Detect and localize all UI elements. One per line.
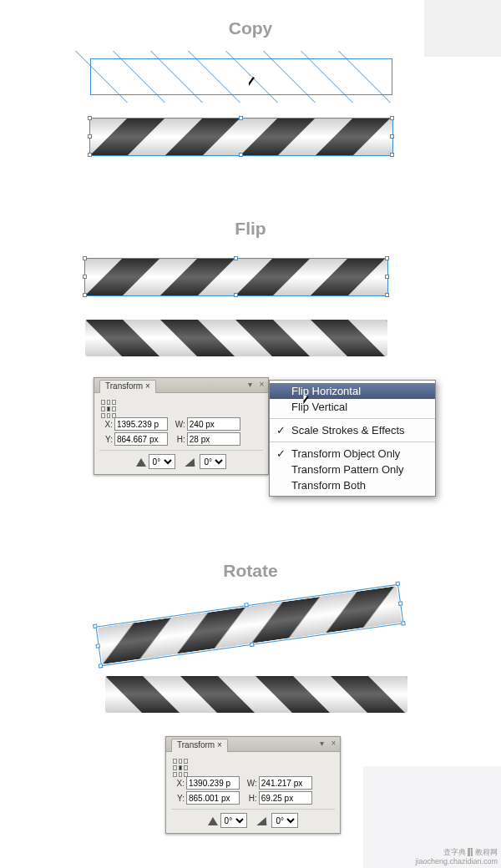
transform-panel[interactable]: Transform × ▾ × X: W: Y: H: 0° 0° [94, 377, 269, 475]
section-title-flip: Flip [0, 219, 501, 239]
panel-tab[interactable]: Transform × [99, 380, 156, 393]
selection-box[interactable] [95, 584, 403, 666]
y-input[interactable] [186, 791, 240, 805]
svg-rect-4 [85, 320, 387, 356]
shear-icon [257, 817, 271, 825]
selection-box[interactable] [84, 258, 388, 296]
panel-close-icon[interactable]: × [257, 381, 266, 390]
rotate-select[interactable]: 0° [149, 454, 175, 469]
section-title-rotate: Rotate [0, 561, 501, 581]
w-input[interactable] [259, 776, 312, 790]
menu-separator [270, 418, 435, 419]
copy-outline-bar[interactable] [90, 58, 392, 95]
menu-separator [270, 442, 435, 442]
menu-transform-pattern[interactable]: Transform Pattern Only [270, 462, 435, 477]
menu-flip-vertical[interactable]: Flip Vertical [270, 399, 435, 415]
transform-panel[interactable]: Transform × ▾ × X: W: Y: H: 0° 0° [165, 736, 341, 834]
h-input[interactable] [187, 432, 240, 446]
shear-select[interactable]: 0° [271, 813, 298, 828]
menu-flip-horizontal[interactable]: Flip Horizontal [270, 383, 435, 399]
h-input[interactable] [259, 791, 312, 805]
panel-menu-icon[interactable]: ▾ [317, 739, 326, 749]
menu-transform-both[interactable]: Transform Both [270, 477, 435, 493]
watermark: 查字典 | 教程网 jiaocheng.chazidian.com [415, 848, 498, 866]
striped-bar [105, 676, 407, 713]
cursor-icon [303, 395, 308, 405]
cursor-icon [249, 75, 255, 86]
striped-bar-flipped [85, 320, 387, 356]
x-input[interactable] [186, 776, 240, 790]
svg-rect-6 [105, 676, 407, 713]
y-input[interactable] [114, 432, 168, 446]
panel-tab-label: Transform [177, 740, 215, 749]
angle-icon [136, 458, 146, 467]
panel-tab[interactable]: Transform × [171, 739, 228, 752]
panel-tab-label: Transform [105, 381, 143, 391]
section-title-copy: Copy [0, 18, 501, 38]
angle-icon [208, 817, 218, 825]
shear-icon [185, 458, 200, 467]
x-input[interactable] [114, 417, 168, 431]
rotated-group[interactable] [99, 589, 401, 661]
reference-point-grid[interactable] [171, 757, 190, 775]
transform-panel-menu[interactable]: Flip Horizontal Flip Vertical Scale Stro… [269, 380, 436, 497]
w-input[interactable] [187, 417, 240, 431]
menu-transform-object[interactable]: Transform Object Only [270, 446, 435, 462]
panel-close-icon[interactable]: × [329, 739, 338, 749]
rotate-select[interactable]: 0° [220, 813, 247, 828]
reference-point-grid[interactable] [99, 398, 118, 416]
shear-select[interactable]: 0° [200, 454, 226, 469]
menu-scale-strokes[interactable]: Scale Strokes & Effects [270, 422, 435, 438]
panel-menu-icon[interactable]: ▾ [245, 381, 255, 390]
selection-box[interactable] [89, 118, 393, 156]
